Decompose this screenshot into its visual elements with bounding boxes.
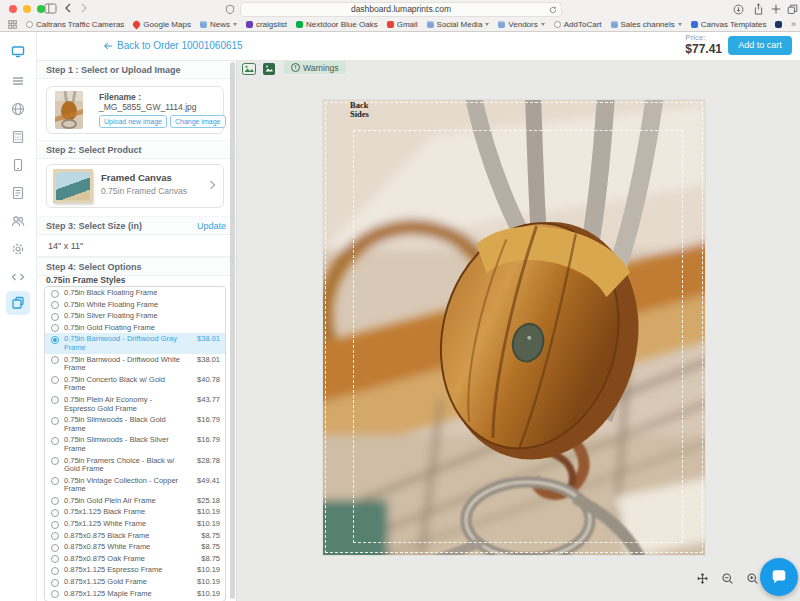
frame-style-option[interactable]: 0.875x0.875 Oak Frame $8.75: [45, 553, 225, 565]
frame-style-option[interactable]: 0.875x1.125 Espresso Frame $10.19: [45, 564, 225, 576]
address-bar[interactable]: dashboard.lumaprints.com: [240, 2, 562, 17]
bookmarks-overflow-chevron[interactable]: »: [791, 17, 796, 31]
bookmark-item[interactable]: Caltrans Traffic Cameras: [26, 20, 124, 29]
pan-tool-icon[interactable]: [696, 572, 709, 585]
frame-style-option[interactable]: 0.75in Barnwood - Driftwood White Frame …: [45, 354, 225, 374]
frame-style-label: 0.75in Silver Floating Frame: [64, 311, 185, 321]
frame-style-option[interactable]: 0.75in Gold Plein Air Frame $25.18: [45, 495, 225, 507]
zoom-out-icon[interactable]: [721, 572, 734, 585]
menu-list-icon[interactable]: [10, 73, 26, 89]
frame-style-option[interactable]: 0.75in Concerto Black w/ Gold Frame $40.…: [45, 374, 225, 394]
users-icon[interactable]: [10, 213, 26, 229]
warnings-button[interactable]: ! Warnings: [284, 61, 346, 74]
frame-style-price: $49.41: [190, 476, 220, 486]
sidebar-toggle-icon[interactable]: [44, 3, 57, 14]
zoom-in-icon[interactable]: [746, 572, 759, 585]
tab-overview-icon[interactable]: [787, 4, 798, 15]
chevron-down-icon: [678, 23, 682, 26]
frame-style-label: 0.75in Gold Floating Frame: [64, 323, 185, 333]
minimize-window-icon[interactable]: [23, 5, 31, 13]
bookmark-label: Nextdoor Blue Oaks: [306, 20, 378, 29]
image-thumbnail[interactable]: [55, 91, 83, 129]
bookmark-item[interactable]: News: [200, 20, 237, 29]
frame-style-option[interactable]: 0.75in Slimwoods - Black Gold Frame $16.…: [45, 414, 225, 434]
step2-header: Step 2: Select Product: [36, 140, 236, 159]
frame-style-option[interactable]: 0.75in Gold Floating Frame: [45, 322, 225, 334]
downloads-icon[interactable]: [733, 4, 744, 15]
frame-style-price: $43.77: [190, 395, 220, 405]
bookmark-item[interactable]: Nextdoor Blue Oaks: [296, 20, 378, 29]
address-bar-url: dashboard.lumaprints.com: [351, 4, 451, 14]
bookmark-item[interactable]: USPS Missing Mail: [775, 20, 786, 29]
frame-style-option[interactable]: 0.75in Silver Floating Frame: [45, 310, 225, 322]
globe-icon[interactable]: [10, 101, 26, 117]
bookmark-item[interactable]: Canvas Templates: [691, 20, 767, 29]
frame-style-option[interactable]: 0.75in Framers Choice - Black w/ Gold Fr…: [45, 455, 225, 475]
privacy-shield-icon[interactable]: [225, 4, 235, 15]
bookmark-item[interactable]: Gmail: [387, 20, 418, 29]
image-card: Filename : _MG_5855_GW_1114.jpg Upload n…: [46, 86, 224, 134]
bookmark-item[interactable]: Google Maps: [133, 20, 191, 29]
invoice-icon[interactable]: [10, 185, 26, 201]
change-image-button[interactable]: Change image: [170, 115, 226, 128]
canvas-preview-image[interactable]: Back Sides: [323, 100, 705, 555]
frame-style-option[interactable]: 0.875x0.875 Black Frame $8.75: [45, 530, 225, 542]
frame-style-label: 0.875x0.875 White Frame: [64, 542, 185, 552]
chat-widget-button[interactable]: [760, 558, 798, 596]
frame-style-option[interactable]: 0.875x0.875 White Frame $8.75: [45, 541, 225, 553]
frame-style-price: $8.75: [190, 542, 220, 552]
bookmark-item[interactable]: Social Media: [427, 20, 490, 29]
frame-style-option[interactable]: 0.75in Vintage Collection - Copper Frame…: [45, 475, 225, 495]
radio-icon: [51, 457, 59, 465]
image-back-view-icon[interactable]: [263, 63, 275, 75]
frame-style-option[interactable]: 0.875x1.125 Maple Frame $10.19: [45, 588, 225, 600]
panel-scrollbar[interactable]: [230, 62, 235, 599]
update-size-link[interactable]: Update: [197, 221, 226, 231]
code-icon[interactable]: [10, 269, 26, 285]
frame-style-label: 0.75x1.125 White Frame: [64, 519, 185, 529]
sides-view-label[interactable]: Sides: [350, 110, 369, 119]
left-icon-rail: [0, 31, 37, 601]
frame-styles-group-label: 0.75in Frame Styles: [46, 275, 125, 285]
close-window-icon[interactable]: [9, 5, 17, 13]
add-to-cart-button[interactable]: Add to cart: [728, 36, 792, 55]
bookmark-item[interactable]: Vendors: [498, 20, 544, 29]
mobile-device-icon[interactable]: [10, 157, 26, 173]
frame-style-option[interactable]: 0.75x1.125 Black Frame $10.19: [45, 506, 225, 518]
product-card[interactable]: Framed Canvas 0.75in Framed Canvas: [46, 164, 224, 208]
frame-style-label: 0.75in Slimwoods - Black Silver Frame: [64, 435, 185, 453]
frame-style-option[interactable]: 0.75in White Floating Frame: [45, 299, 225, 311]
image-view-icon[interactable]: [242, 63, 256, 75]
active-section-layers-icon[interactable]: [6, 291, 30, 315]
calculator-icon[interactable]: [10, 129, 26, 145]
frame-style-option[interactable]: 0.75in Black Floating Frame: [45, 287, 225, 299]
chevron-down-icon: [485, 23, 489, 26]
bookmark-item[interactable]: AddToCart: [554, 20, 602, 29]
forward-nav-icon[interactable]: [80, 3, 88, 13]
new-tab-icon[interactable]: [771, 4, 781, 14]
frame-style-option[interactable]: 0.75in Plein Air Economy - Espresso Gold…: [45, 394, 225, 414]
orders-monitor-icon[interactable]: [10, 43, 26, 59]
frame-style-option[interactable]: 0.75in Barnwood - Driftwood Gray Frame $…: [45, 333, 225, 353]
bookmark-item[interactable]: craigslist: [246, 20, 287, 29]
bookmark-favicon: [554, 21, 561, 28]
frame-style-price: $8.75: [190, 531, 220, 541]
gear-icon[interactable]: [10, 241, 26, 257]
reload-icon[interactable]: [549, 6, 557, 14]
upload-new-image-button[interactable]: Upload new image: [99, 115, 167, 128]
radio-icon: [51, 417, 59, 425]
share-icon[interactable]: [753, 3, 764, 15]
radio-icon: [51, 290, 59, 298]
bookmark-item[interactable]: Sales channels: [611, 20, 682, 29]
frame-style-option[interactable]: 0.75x1.125 White Frame $10.19: [45, 518, 225, 530]
back-nav-icon[interactable]: [64, 3, 72, 13]
frame-style-option[interactable]: 0.875x1.125 Gold Frame $10.19: [45, 576, 225, 588]
bookmark-label: craigslist: [256, 20, 287, 29]
bookmark-favicon: [498, 21, 505, 28]
bookmarks-grid-icon[interactable]: [8, 20, 17, 29]
step4-header: Step 4: Select Options: [36, 257, 236, 276]
frame-style-option[interactable]: 0.75in Slimwoods - Black Silver Frame $1…: [45, 434, 225, 454]
chevron-down-icon: [233, 23, 237, 26]
back-to-order-link[interactable]: Back to Order 10001060615: [104, 40, 243, 51]
window-controls[interactable]: [9, 5, 45, 13]
